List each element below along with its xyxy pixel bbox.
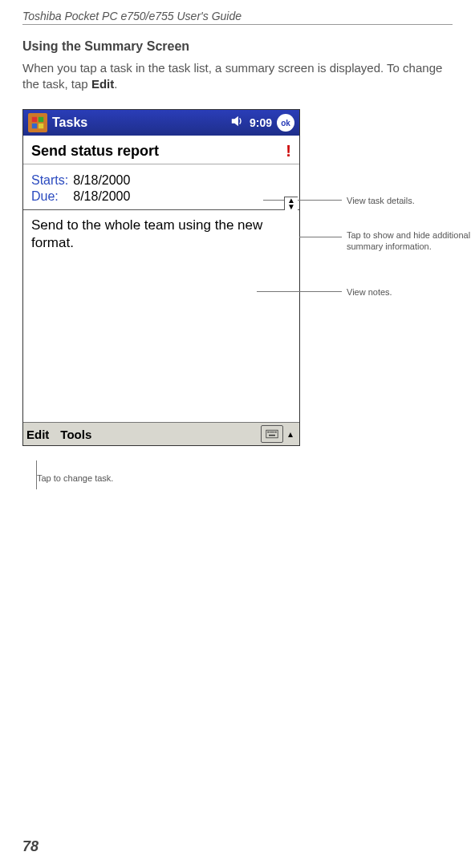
bottom-bar: Edit Tools ▴ [23, 423, 299, 445]
keyboard-icon[interactable] [261, 425, 283, 443]
body-text-part1: When you tap a task in the task list, a … [22, 61, 442, 91]
svg-rect-5 [266, 430, 278, 438]
device-screenshot: Tasks 9:09 ok Send status report ! Start… [22, 109, 300, 446]
sip-up-icon[interactable]: ▴ [285, 426, 296, 442]
start-icon[interactable] [28, 113, 47, 132]
section-title: Using the Summary Screen [22, 39, 453, 54]
page-number: 78 [22, 838, 39, 855]
ok-button[interactable]: ok [277, 114, 294, 132]
due-label: Due: [31, 189, 73, 205]
tools-menu[interactable]: Tools [60, 428, 91, 441]
speaker-icon[interactable] [230, 114, 245, 132]
svg-rect-1 [39, 117, 43, 122]
titlebar: Tasks 9:09 ok [23, 110, 299, 136]
svg-rect-10 [275, 432, 277, 433]
due-value: 8/18/2000 [73, 189, 135, 205]
task-header: Send status report ! [23, 136, 299, 164]
task-details: Starts: 8/18/2000 Due: 8/18/2000 ▲▼ [23, 164, 299, 210]
svg-rect-3 [39, 124, 43, 128]
svg-rect-6 [267, 432, 269, 433]
body-paragraph: When you tap a task in the task list, a … [22, 60, 453, 91]
starts-value: 8/18/2000 [73, 172, 135, 189]
starts-label: Starts: [31, 172, 73, 189]
clock-time: 9:09 [250, 116, 272, 129]
screenshot-container: View task details. Tap to show and hide … [22, 109, 453, 483]
svg-rect-8 [271, 432, 273, 433]
callout-line-notes [257, 291, 342, 292]
callout-toggle: Tap to show and hide additional summary … [347, 229, 475, 253]
notes-area[interactable]: Send to the whole team using the new for… [23, 210, 299, 423]
callout-line-toggle [299, 237, 342, 237]
svg-rect-7 [270, 432, 271, 433]
body-text-part2: . [114, 77, 117, 91]
svg-marker-4 [232, 116, 238, 127]
callout-view-details: View task details. [347, 195, 415, 206]
edit-menu[interactable]: Edit [26, 428, 49, 441]
callout-view-notes: View notes. [347, 286, 392, 298]
body-text-bold: Edit [91, 77, 114, 91]
app-title: Tasks [52, 116, 230, 130]
svg-rect-2 [32, 124, 37, 128]
task-title: Send status report [31, 143, 159, 160]
callout-line-change [36, 460, 37, 489]
svg-rect-11 [269, 435, 275, 436]
priority-icon: ! [286, 142, 291, 160]
page-header: Toshiba Pocket PC e750/e755 User's Guide [22, 10, 453, 25]
callout-change-task: Tap to change task. [37, 473, 453, 483]
toggle-details-button[interactable]: ▲▼ [284, 197, 298, 210]
svg-rect-0 [32, 117, 37, 122]
svg-rect-9 [274, 432, 275, 433]
